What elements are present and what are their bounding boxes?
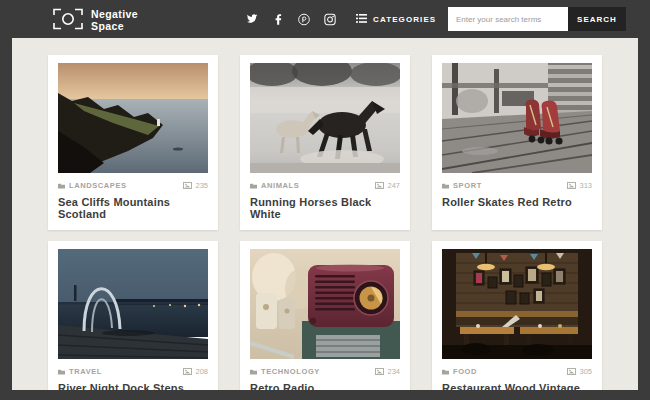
roller-skates-illustration [442, 63, 592, 173]
photo-count-icon [183, 368, 192, 375]
photo-card-roller-skates[interactable]: SPORT 313 Roller Skates Red Retro [432, 55, 602, 230]
top-navbar: Negative Space [0, 0, 650, 38]
photo-count-badge: 234 [375, 367, 400, 376]
photo-thumbnail-retro-radio[interactable] [250, 249, 400, 359]
facebook-icon[interactable] [272, 13, 284, 26]
categories-menu-button[interactable]: CATEGORIES [356, 0, 436, 38]
folder-icon [250, 369, 257, 375]
photo-count-icon [567, 182, 576, 189]
folder-icon [58, 183, 65, 189]
photo-title-link[interactable]: Sea Cliffs Mountains Scotland [58, 196, 208, 220]
photo-title-link[interactable]: Retro Radio [250, 382, 400, 390]
search-button[interactable]: SEARCH [568, 7, 626, 31]
photo-count-badge: 235 [183, 181, 208, 190]
photo-count-icon [375, 182, 384, 189]
card-meta: FOOD 305 [442, 367, 592, 376]
photo-count-icon [183, 182, 192, 189]
camera-brackets-icon [53, 8, 83, 34]
photo-count-badge: 208 [183, 367, 208, 376]
card-meta: TECHNOLOGY 234 [250, 367, 400, 376]
list-icon [356, 14, 367, 25]
night-dock-illustration [58, 249, 208, 359]
photo-title-link[interactable]: Restaurant Wood Vintage Photo [442, 382, 592, 390]
category-link[interactable]: FOOD [442, 367, 477, 376]
photo-thumbnail-night-dock[interactable] [58, 249, 208, 359]
photo-count-icon [375, 368, 384, 375]
running-horses-illustration [250, 63, 400, 173]
photo-title-link[interactable]: Roller Skates Red Retro [442, 196, 592, 208]
card-meta: SPORT 313 [442, 181, 592, 190]
photo-thumbnail-sea-cliffs[interactable] [58, 63, 208, 173]
site-logo[interactable]: Negative Space [53, 8, 138, 34]
photo-card-running-horses[interactable]: ANIMALS 247 Running Horses Black White [240, 55, 410, 230]
card-meta: ANIMALS 247 [250, 181, 400, 190]
search-input[interactable] [448, 7, 568, 31]
photo-count-badge: 247 [375, 181, 400, 190]
photo-count-icon [567, 368, 576, 375]
photo-card-restaurant[interactable]: FOOD 305 Restaurant Wood Vintage Photo [432, 241, 602, 390]
category-link[interactable]: LANDSCAPES [58, 181, 127, 190]
sea-cliffs-illustration [58, 63, 208, 173]
pinterest-icon[interactable] [298, 13, 310, 26]
photo-card-night-dock[interactable]: TRAVEL 208 River Night Dock Steps [48, 241, 218, 390]
photo-title-link[interactable]: Running Horses Black White [250, 196, 400, 220]
category-link[interactable]: ANIMALS [250, 181, 299, 190]
restaurant-illustration [442, 249, 592, 359]
logo-wordmark: Negative Space [91, 9, 138, 33]
content-panel: LANDSCAPES 235 Sea Cliffs Mountains Scot… [12, 38, 638, 390]
folder-icon [250, 183, 257, 189]
category-link[interactable]: TECHNOLOGY [250, 367, 320, 376]
twitter-icon[interactable] [246, 13, 258, 26]
photo-count-badge: 305 [567, 367, 592, 376]
card-meta: LANDSCAPES 235 [58, 181, 208, 190]
social-links [246, 0, 336, 38]
photo-count-badge: 313 [567, 181, 592, 190]
retro-radio-illustration [250, 249, 400, 359]
categories-label: CATEGORIES [373, 15, 436, 24]
folder-icon [442, 183, 449, 189]
photo-card-sea-cliffs[interactable]: LANDSCAPES 235 Sea Cliffs Mountains Scot… [48, 55, 218, 230]
photo-thumbnail-restaurant[interactable] [442, 249, 592, 359]
folder-icon [58, 369, 65, 375]
card-meta: TRAVEL 208 [58, 367, 208, 376]
search-bar: SEARCH [448, 7, 626, 31]
category-link[interactable]: SPORT [442, 181, 482, 190]
category-link[interactable]: TRAVEL [58, 367, 102, 376]
photo-grid: LANDSCAPES 235 Sea Cliffs Mountains Scot… [12, 38, 638, 390]
folder-icon [442, 369, 449, 375]
instagram-icon[interactable] [324, 13, 336, 26]
photo-card-retro-radio[interactable]: TECHNOLOGY 234 Retro Radio [240, 241, 410, 390]
photo-title-link[interactable]: River Night Dock Steps [58, 382, 208, 390]
photo-thumbnail-running-horses[interactable] [250, 63, 400, 173]
photo-thumbnail-roller-skates[interactable] [442, 63, 592, 173]
